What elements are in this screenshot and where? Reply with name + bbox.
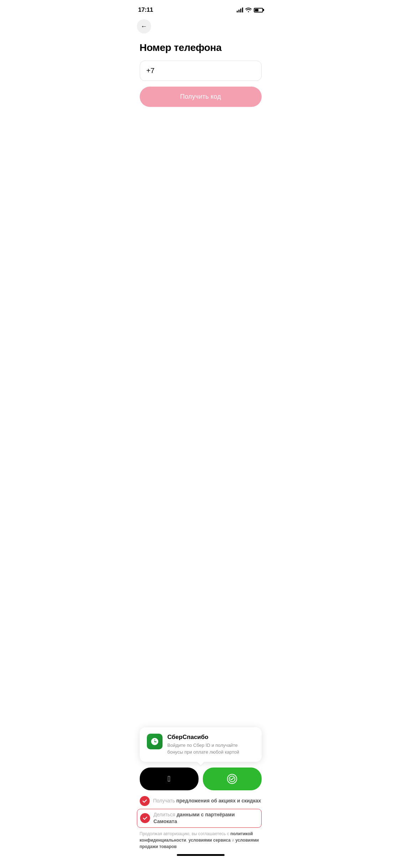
back-button[interactable]: ← [137, 19, 151, 33]
status-time: 17:11 [138, 6, 153, 14]
phone-input[interactable] [146, 67, 255, 75]
phone-input-container[interactable] [140, 61, 262, 81]
battery-icon [254, 8, 263, 12]
navigation-bar: ← [131, 17, 270, 33]
page-title: Номер телефона [140, 42, 262, 53]
status-bar: 17:11 [131, 0, 270, 17]
get-code-button[interactable]: Получить код [140, 87, 262, 107]
wifi-icon [245, 7, 252, 13]
back-arrow-icon: ← [141, 23, 147, 30]
main-content: Номер телефона Получить код [131, 33, 270, 107]
status-icons [237, 7, 263, 13]
signal-icon [237, 7, 243, 12]
